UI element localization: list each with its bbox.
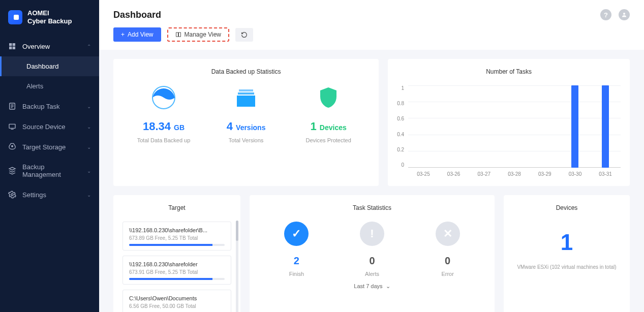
- brand-logo-icon: [8, 10, 22, 24]
- refresh-icon: [241, 32, 248, 38]
- chevron-down-icon: ⌄: [87, 168, 91, 174]
- stats-title: Data Backed up Statistics: [122, 68, 370, 75]
- overview-icon: [8, 42, 16, 50]
- stat-value: 4 Versions: [205, 120, 287, 133]
- brand-line1: AOMEI: [27, 9, 72, 17]
- x-tick: 03-31: [599, 171, 612, 177]
- svg-rect-2: [9, 47, 12, 49]
- stats-card: Data Backed up Statistics 18.34 GB Total…: [113, 59, 379, 186]
- nav-sub-dashboard[interactable]: Dashboard: [0, 56, 99, 76]
- nav-item-overview[interactable]: Overview⌃: [0, 36, 99, 56]
- nav-label: Settings: [22, 191, 46, 199]
- target-info: 6.56 GB Free, 50.00 GB Total: [129, 303, 225, 309]
- main: Dashboard ? + Add View Manage View: [99, 0, 644, 312]
- nav-item-settings[interactable]: Settings⌄: [0, 184, 99, 205]
- devices-card: Devices 1 VMware ESXi (102 virtual machi…: [504, 195, 630, 312]
- manage-view-label: Manage View: [185, 31, 222, 38]
- target-item[interactable]: \\192.168.0.230\sharefolder 673.91 GB Fr…: [122, 256, 231, 285]
- manage-view-button[interactable]: Manage View: [167, 27, 230, 42]
- chevron-down-icon: ⌄: [87, 124, 91, 130]
- nav: Overview⌃DashboardAlertsBackup Task⌄Sour…: [0, 36, 99, 205]
- target-info: 673.89 GB Free, 5.25 TB Total: [129, 235, 225, 241]
- target-path: \\192.168.0.230\sharefolder\B...: [129, 227, 225, 233]
- x-tick: 03-27: [478, 171, 491, 177]
- brand: AOMEI Cyber Backup: [0, 0, 99, 36]
- chart-plot: 03-2503-2603-2703-2803-2903-3003-31: [408, 85, 621, 177]
- svg-rect-5: [9, 124, 15, 129]
- stat-0: 18.34 GB Total Data Backed up: [122, 85, 205, 143]
- svg-point-8: [623, 13, 625, 15]
- nav-item-backup-task[interactable]: Backup Task⌄: [0, 96, 99, 116]
- target-card: Target \\192.168.0.230\sharefolder\B... …: [113, 195, 240, 312]
- chart-bar: [571, 85, 578, 168]
- task-title: Task Statistics: [259, 204, 485, 211]
- svg-point-7: [11, 194, 13, 196]
- nav-label: Backup Task: [22, 103, 59, 110]
- target-usage-bar: [129, 244, 225, 246]
- finish-icon: ✓: [284, 222, 309, 246]
- nav-item-source-device[interactable]: Source Device⌄: [0, 116, 99, 137]
- backup-task-icon: [8, 102, 16, 110]
- svg-rect-1: [13, 43, 15, 46]
- task-period-dropdown[interactable]: Last 7 days ⌄: [259, 283, 485, 290]
- svg-rect-0: [9, 43, 12, 46]
- target-info: 673.91 GB Free, 5.25 TB Total: [129, 269, 225, 275]
- task-label: Finish: [284, 271, 309, 277]
- nav-label: Backup Management: [22, 163, 81, 178]
- chart-title: Number of Tasks: [397, 68, 621, 75]
- nav-item-target-storage[interactable]: Target Storage⌄: [0, 137, 99, 157]
- task-stat-alert: ! 0 Alerts: [360, 222, 384, 277]
- task-label: Error: [436, 271, 460, 277]
- nav-label: Target Storage: [22, 143, 66, 151]
- task-label: Alerts: [360, 271, 384, 277]
- backup-management-icon: [8, 167, 16, 175]
- profile-icon[interactable]: [619, 9, 630, 20]
- nav-label: Overview: [22, 43, 50, 50]
- devices-sub: VMware ESXi (102 virtual machines in tot…: [513, 264, 621, 270]
- brand-text: AOMEI Cyber Backup: [27, 9, 72, 25]
- target-item[interactable]: C:\Users\Owen\Documents 6.56 GB Free, 50…: [122, 290, 231, 312]
- chevron-down-icon: ⌄: [87, 104, 91, 109]
- target-scrollbar[interactable]: [236, 221, 238, 312]
- sidebar: AOMEI Cyber Backup Overview⌃DashboardAle…: [0, 0, 99, 312]
- refresh-button[interactable]: [235, 28, 253, 42]
- chart-card: Number of Tasks 10.80.60.40.20 03-2503-2…: [388, 59, 630, 186]
- help-icon[interactable]: ?: [600, 9, 611, 20]
- settings-icon: [8, 191, 16, 199]
- svg-rect-9: [176, 33, 178, 37]
- source-device-icon: [8, 122, 16, 131]
- chevron-down-icon: ⌄: [87, 192, 91, 198]
- devices-title: Devices: [513, 204, 621, 211]
- chart-bar: [602, 85, 609, 168]
- alert-icon: !: [360, 222, 384, 246]
- plus-icon: +: [121, 31, 125, 38]
- stat-sub: Devices Protected: [287, 137, 370, 143]
- target-title: Target: [122, 204, 231, 211]
- nav-item-backup-management[interactable]: Backup Management⌄: [0, 157, 99, 184]
- nav-sub-alerts[interactable]: Alerts: [0, 76, 99, 96]
- chevron-up-icon: ⌃: [87, 44, 91, 49]
- error-icon: ✕: [436, 222, 460, 246]
- stat-icon-2: [316, 85, 341, 110]
- add-view-label: Add View: [128, 31, 153, 38]
- brand-line2: Cyber Backup: [27, 17, 72, 25]
- task-period-label: Last 7 days: [354, 283, 382, 289]
- svg-rect-12: [239, 89, 253, 91]
- x-tick: 03-29: [538, 171, 551, 177]
- task-value: 2: [284, 255, 309, 267]
- nav-label: Source Device: [22, 123, 66, 131]
- stat-icon-0: [151, 85, 176, 110]
- devices-count: 1: [513, 230, 621, 255]
- stat-sub: Total Versions: [205, 137, 287, 143]
- page-title: Dashboard: [113, 10, 161, 20]
- stat-1: 4 Versions Total Versions: [205, 85, 287, 143]
- target-path: C:\Users\Owen\Documents: [129, 295, 225, 301]
- target-storage-icon: [8, 143, 16, 151]
- add-view-button[interactable]: + Add View: [113, 27, 161, 42]
- x-tick: 03-26: [447, 171, 461, 177]
- svg-rect-10: [178, 33, 180, 37]
- task-stat-finish: ✓ 2 Finish: [284, 222, 309, 277]
- stat-value: 1 Devices: [287, 120, 370, 133]
- target-item[interactable]: \\192.168.0.230\sharefolder\B... 673.89 …: [122, 222, 231, 251]
- stat-sub: Total Data Backed up: [122, 137, 205, 143]
